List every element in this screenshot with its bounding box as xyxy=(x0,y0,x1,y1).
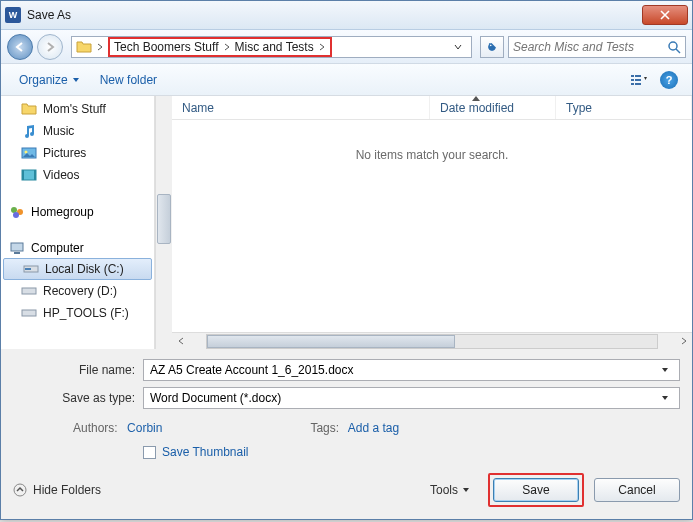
chevron-up-icon xyxy=(13,483,27,497)
sidebar-drive-c[interactable]: Local Disk (C:) xyxy=(3,258,152,280)
sidebar-item-label: Recovery (D:) xyxy=(43,284,117,298)
col-date[interactable]: Date modified xyxy=(430,96,556,119)
drive-icon xyxy=(21,305,37,321)
svg-rect-9 xyxy=(22,170,36,180)
folder-icon xyxy=(21,101,37,117)
svg-point-21 xyxy=(14,484,26,496)
hide-folders-toggle[interactable]: Hide Folders xyxy=(13,483,101,497)
word-app-icon: W xyxy=(5,7,21,23)
tools-label: Tools xyxy=(430,483,458,497)
toolbar: Organize New folder ? xyxy=(1,64,692,96)
scroll-right-arrow[interactable] xyxy=(675,333,692,350)
savetype-label: Save as type: xyxy=(13,391,135,405)
arrow-right-icon xyxy=(44,41,56,53)
tags-value[interactable]: Add a tag xyxy=(348,421,399,435)
tags-label: Tags: xyxy=(310,421,339,435)
view-options[interactable] xyxy=(628,69,650,91)
sidebar-item-label: Pictures xyxy=(43,146,86,160)
close-button[interactable] xyxy=(642,5,688,25)
organize-menu[interactable]: Organize xyxy=(13,70,86,90)
svg-point-0 xyxy=(669,42,677,50)
music-icon xyxy=(21,123,37,139)
new-folder-button[interactable]: New folder xyxy=(94,70,163,90)
save-thumbnail-checkbox[interactable] xyxy=(143,446,156,459)
scroll-up-arrow[interactable] xyxy=(156,96,172,113)
save-thumbnail-label[interactable]: Save Thumbnail xyxy=(162,445,249,459)
close-icon xyxy=(660,10,670,20)
window-title: Save As xyxy=(27,8,642,22)
svg-point-14 xyxy=(13,212,19,218)
save-highlight: Save xyxy=(488,473,584,507)
savetype-dropdown[interactable] xyxy=(661,391,673,405)
chevron-down-icon xyxy=(454,43,462,51)
file-list-area[interactable]: No items match your search. xyxy=(172,120,692,332)
organize-label: Organize xyxy=(19,73,68,87)
filename-dropdown[interactable] xyxy=(661,363,673,377)
svg-rect-5 xyxy=(631,83,634,85)
breadcrumb-seg-1[interactable]: Tech Boomers Stuff xyxy=(114,40,219,54)
refresh-button[interactable] xyxy=(480,36,504,58)
sidebar-item-label: Computer xyxy=(31,241,84,255)
chevron-right-icon xyxy=(223,43,231,51)
body-area: Mom's Stuff Music Pictures Videos Homegr… xyxy=(1,96,692,349)
chevron-right-icon xyxy=(318,43,326,51)
help-icon: ? xyxy=(660,71,678,89)
sidebar-scrollbar[interactable] xyxy=(155,96,172,349)
svg-rect-19 xyxy=(22,288,36,294)
svg-rect-20 xyxy=(22,310,36,316)
sidebar-item-label: Mom's Stuff xyxy=(43,102,106,116)
pictures-icon xyxy=(21,145,37,161)
scroll-track[interactable] xyxy=(206,334,658,349)
scroll-left-arrow[interactable] xyxy=(172,333,189,350)
search-box[interactable] xyxy=(508,36,686,58)
sidebar-item-moms-stuff[interactable]: Mom's Stuff xyxy=(1,98,154,120)
filename-input[interactable]: AZ A5 Create Account 1_6_2015.docx xyxy=(143,359,680,381)
drive-icon xyxy=(23,261,39,277)
sidebar-item-label: Homegroup xyxy=(31,205,94,219)
sidebar-item-music[interactable]: Music xyxy=(1,120,154,142)
svg-rect-6 xyxy=(635,83,641,85)
sidebar-homegroup[interactable]: Homegroup xyxy=(1,200,154,222)
column-headers: Name Date modified Type xyxy=(172,96,692,120)
filename-label: File name: xyxy=(13,363,135,377)
sidebar-item-pictures[interactable]: Pictures xyxy=(1,142,154,164)
sidebar-item-label: Local Disk (C:) xyxy=(45,262,124,276)
breadcrumb-seg-2[interactable]: Misc and Tests xyxy=(235,40,314,54)
drive-icon xyxy=(21,283,37,299)
refresh-icon xyxy=(486,41,498,53)
back-button[interactable] xyxy=(7,34,33,60)
savetype-value: Word Document (*.docx) xyxy=(150,391,281,405)
save-button[interactable]: Save xyxy=(493,478,579,502)
svg-rect-18 xyxy=(25,268,31,270)
sidebar-item-videos[interactable]: Videos xyxy=(1,164,154,186)
address-dropdown[interactable] xyxy=(449,38,467,56)
chevron-down-icon xyxy=(72,76,80,84)
forward-button[interactable] xyxy=(37,34,63,60)
sidebar-drive-d[interactable]: Recovery (D:) xyxy=(1,280,154,302)
horizontal-scrollbar[interactable] xyxy=(172,332,692,349)
filename-value: AZ A5 Create Account 1_6_2015.docx xyxy=(150,363,353,377)
svg-rect-4 xyxy=(635,79,641,81)
scroll-down-arrow[interactable] xyxy=(156,332,172,349)
address-bar[interactable]: Tech Boomers Stuff Misc and Tests xyxy=(71,36,472,58)
sidebar-drive-f[interactable]: HP_TOOLS (F:) xyxy=(1,302,154,324)
scroll-thumb[interactable] xyxy=(157,194,171,244)
help-button[interactable]: ? xyxy=(658,69,680,91)
col-name[interactable]: Name xyxy=(172,96,430,119)
form-area: File name: AZ A5 Create Account 1_6_2015… xyxy=(1,349,692,519)
scroll-thumb[interactable] xyxy=(207,335,455,348)
sidebar-computer[interactable]: Computer xyxy=(1,236,154,258)
svg-rect-2 xyxy=(635,75,641,77)
savetype-select[interactable]: Word Document (*.docx) xyxy=(143,387,680,409)
breadcrumb-highlight: Tech Boomers Stuff Misc and Tests xyxy=(108,37,332,57)
authors-value[interactable]: Corbin xyxy=(127,421,162,435)
search-input[interactable] xyxy=(513,40,667,54)
tools-menu[interactable]: Tools xyxy=(430,483,470,497)
cancel-button[interactable]: Cancel xyxy=(594,478,680,502)
titlebar: W Save As xyxy=(1,1,692,30)
nav-bar: Tech Boomers Stuff Misc and Tests xyxy=(1,30,692,64)
col-type[interactable]: Type xyxy=(556,96,692,119)
file-list-panel: Name Date modified Type No items match y… xyxy=(172,96,692,349)
svg-rect-3 xyxy=(631,79,634,81)
videos-icon xyxy=(21,167,37,183)
